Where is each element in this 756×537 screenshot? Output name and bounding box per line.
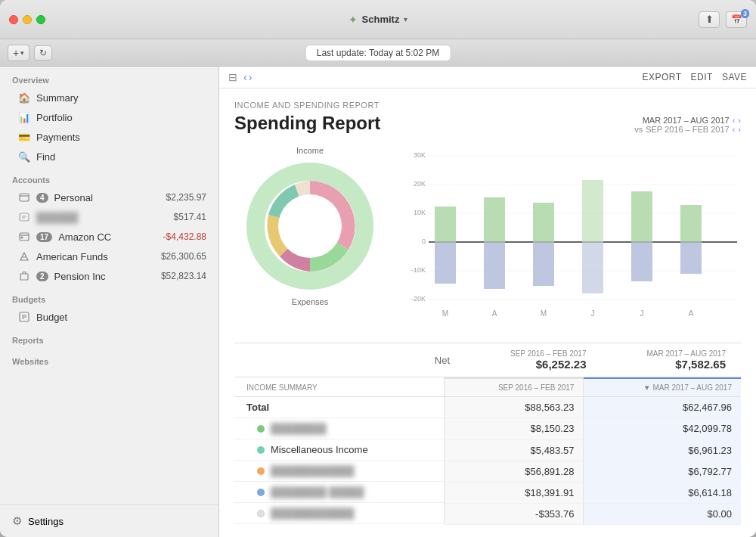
window-title: Schmitz <box>362 14 400 25</box>
account-amazon-cc[interactable]: 17 Amazon CC -$4,432.88 <box>0 227 218 247</box>
svg-text:M: M <box>541 309 547 318</box>
upload-icon: ⬆ <box>705 14 714 25</box>
websites-header: Websites <box>0 348 218 369</box>
pension-badge: 2 <box>36 272 48 281</box>
close-button[interactable] <box>9 15 18 24</box>
prev-range-icon[interactable]: ‹ <box>733 116 736 125</box>
summary-section: Net SEP 2016 – FEB 2017 $6,252.23 MAR 20… <box>234 343 741 525</box>
income-row-2-col1: $5,483.57 <box>445 439 584 461</box>
svg-rect-33 <box>533 242 554 286</box>
zoom-button[interactable] <box>36 15 45 24</box>
content-toolbar: ⊟ ‹ › EXPORT EDIT SAVE <box>219 67 756 88</box>
svg-text:M: M <box>442 309 448 318</box>
next-range-icon-2[interactable]: › <box>738 125 741 134</box>
income-row-3-col1: $56,891.28 <box>445 461 584 482</box>
svg-rect-29 <box>435 242 456 284</box>
dot-3 <box>257 467 265 475</box>
account-american-funds[interactable]: American Funds $26,300.65 <box>0 247 218 266</box>
svg-rect-32 <box>533 203 554 242</box>
american-funds-icon <box>18 250 30 262</box>
sidebar-item-find[interactable]: 🔍 Find <box>0 147 218 166</box>
sidebar-item-portfolio[interactable]: 📊 Portfolio <box>0 107 218 127</box>
svg-rect-9 <box>20 274 28 280</box>
svg-rect-31 <box>484 242 505 289</box>
svg-rect-30 <box>484 197 505 242</box>
app-icon: ✦ <box>349 14 358 26</box>
net-label: Net <box>435 355 450 366</box>
income-row-5: ████████████ -$353.76 $0.00 <box>234 503 741 524</box>
income-total-row: Total $88,563.23 $62,467.96 <box>234 397 741 418</box>
pension-inc-icon <box>18 270 30 282</box>
next-range-icon[interactable]: › <box>738 116 741 125</box>
svg-rect-36 <box>631 191 652 242</box>
find-icon: 🔍 <box>18 151 30 163</box>
income-table: INCOME SUMMARY SEP 2016 – FEB 2017 ▼ MAR… <box>234 377 741 525</box>
income-row-3-label: ████████████ <box>234 461 444 482</box>
income-row-5-col2: $0.00 <box>584 503 741 524</box>
account-personal[interactable]: 4 Personal $2,235.97 <box>0 188 218 207</box>
account-pension-inc[interactable]: 2 Pension Inc $52,823.14 <box>0 266 218 286</box>
personal-label: Personal <box>54 192 160 203</box>
add-button[interactable]: + ▾ <box>8 45 29 61</box>
svg-rect-28 <box>435 206 456 242</box>
account-personal-icon <box>18 191 30 203</box>
title-right-actions: ⬆ 📅 3 <box>699 11 747 28</box>
svg-text:J: J <box>591 309 595 318</box>
svg-rect-2 <box>20 213 29 221</box>
minimize-button[interactable] <box>23 15 32 24</box>
income-col1-header: SEP 2016 – FEB 2017 <box>445 378 584 397</box>
american-funds-label: American Funds <box>36 251 155 262</box>
settings-item[interactable]: ⚙ Settings <box>0 504 218 537</box>
sidebar-item-summary[interactable]: 🏠 Summary <box>0 88 218 107</box>
income-row-4-col2: $6,614.18 <box>584 482 741 503</box>
prev-arrow-icon[interactable]: ‹ <box>243 71 247 83</box>
update-status: Last update: Today at 5:02 PM <box>305 45 451 61</box>
income-row-1-col1: $8,150.23 <box>445 418 584 440</box>
nav-arrows: ‹ › <box>243 71 252 83</box>
income-row-1-col2: $42,099.78 <box>584 418 741 440</box>
svg-rect-37 <box>631 242 652 281</box>
export-icon-btn[interactable]: ⬆ <box>699 11 720 28</box>
sidebar-item-budget[interactable]: Budget <box>0 307 218 327</box>
refresh-icon: ↻ <box>39 48 47 58</box>
blurred-account-1-value: $517.41 <box>174 212 206 222</box>
summary-icon: 🏠 <box>18 92 30 104</box>
calendar-icon-btn[interactable]: 📅 3 <box>726 11 747 28</box>
donut-chart <box>242 158 378 294</box>
amazon-badge: 17 <box>36 232 52 242</box>
chart-section: Income <box>234 146 741 327</box>
pension-value: $52,823.14 <box>161 271 206 281</box>
update-text: Last update: Today at 5:02 PM <box>317 48 440 58</box>
export-button[interactable]: EXPORT <box>642 72 681 82</box>
settings-label: Settings <box>28 516 64 527</box>
svg-text:10K: 10K <box>414 209 426 216</box>
title-dropdown-icon[interactable]: ▾ <box>404 15 407 23</box>
income-row-3: ████████████ $56,891.28 $6,792.77 <box>234 461 741 482</box>
income-row-2-col2: $6,961.23 <box>584 439 741 461</box>
sidebar-item-payments[interactable]: 💳 Payments <box>0 127 218 147</box>
income-row-4-col1: $18,391.91 <box>445 482 584 503</box>
reports-header: Reports <box>0 327 218 348</box>
edit-button[interactable]: EDIT <box>691 72 713 82</box>
donut-chart-area: Income <box>234 146 386 306</box>
dot-5 <box>257 510 265 517</box>
svg-rect-0 <box>20 194 29 201</box>
account-blurred-1[interactable]: ██████ $517.41 <box>0 207 218 227</box>
income-row-3-col2: $6,792.77 <box>584 461 741 482</box>
save-button[interactable]: SAVE <box>722 72 747 82</box>
report-area: INCOME AND SPENDING REPORT Spending Repo… <box>219 88 756 537</box>
net-period-2: MAR 2017 – AUG 2017 $7,582.65 <box>646 349 726 371</box>
income-row-1-label: ████████ <box>234 418 444 439</box>
income-row-4: ████████ █████ $18,391.91 $6,614.18 <box>234 482 741 503</box>
income-col2-header: ▼ MAR 2017 – AUG 2017 <box>584 378 741 397</box>
next-arrow-icon[interactable]: › <box>249 71 253 83</box>
content-area: ⊟ ‹ › EXPORT EDIT SAVE INCOME AND SPENDI… <box>219 67 756 537</box>
plus-icon: + <box>13 47 19 59</box>
income-row-2: Miscellaneous Income $5,483.57 $6,961.23 <box>234 439 741 461</box>
panel-toggle-icon[interactable]: ⊟ <box>228 71 237 83</box>
payments-icon: 💳 <box>18 131 30 143</box>
prev-range-icon-2[interactable]: ‹ <box>733 125 736 134</box>
refresh-button[interactable]: ↻ <box>34 45 52 61</box>
svg-point-15 <box>278 194 342 258</box>
portfolio-icon: 📊 <box>18 111 30 123</box>
